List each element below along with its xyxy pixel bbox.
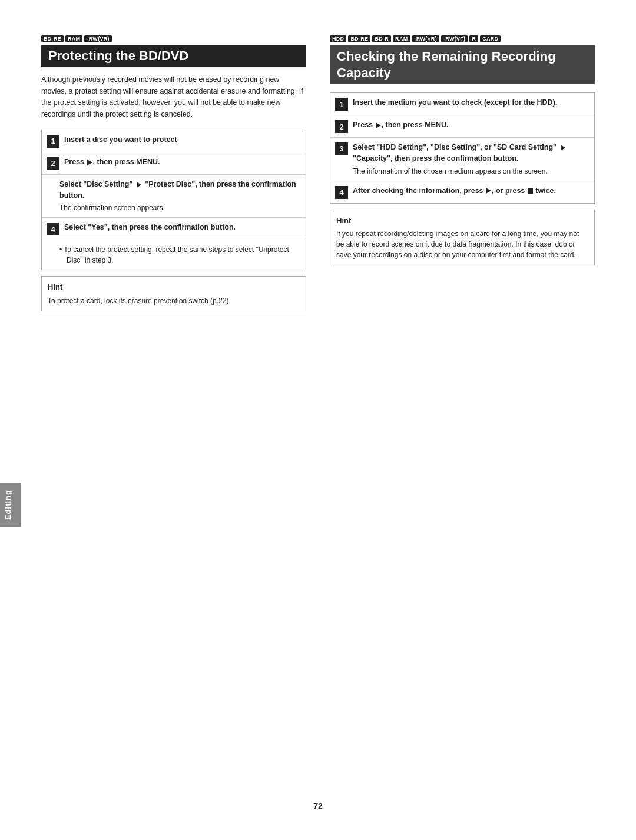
left-badge-row: BD-RE RAM -RW(VR) [41, 35, 306, 42]
badge-bd-re-r: BD-RE [348, 35, 370, 42]
step-1-content: Insert a disc you want to protect [64, 134, 301, 145]
step-4-bullet: • To cancel the protect setting, repeat … [59, 244, 301, 265]
step-4-content: Select "Yes", then press the confirmatio… [64, 222, 236, 233]
right-badge-row: HDD BD-RE BD-R RAM -RW(VR) -RW(VF) R CAR… [330, 35, 595, 42]
stop-icon-right-4 [528, 188, 533, 194]
right-step-2: 2 Press , then press MENU. [330, 115, 594, 138]
right-step-4-content: After checking the information, press , … [353, 185, 556, 197]
left-step-4-bullet: • To cancel the protect setting, repeat … [42, 240, 306, 270]
play-icon-left-2 [87, 160, 92, 165]
two-column-layout: BD-RE RAM -RW(VR) Protecting the BD/DVD … [41, 35, 595, 311]
badge-card: CARD [480, 35, 501, 42]
right-step-1-content: Insert the medium you want to check (exc… [353, 97, 589, 108]
right-step-4-text: After checking the information, press , … [353, 187, 556, 195]
step-4-strong: Select "Yes", then press the confirmatio… [64, 223, 236, 231]
left-step-1: 1 Insert a disc you want to protect [42, 130, 306, 152]
arrow-icon-r3 [561, 145, 565, 151]
right-steps-main: 1 Insert the medium you want to check (e… [330, 92, 595, 204]
badge-bd-r: BD-R [372, 35, 391, 42]
right-step-3-strong: Select "HDD Setting", "Disc Setting", or… [353, 143, 567, 162]
right-step-2-content: Press , then press MENU. [353, 119, 589, 131]
left-section-title: Protecting the BD/DVD [41, 45, 306, 67]
step-3-strong: Select "Disc Setting" "Protect Disc", th… [59, 180, 296, 200]
right-step-4: 4 After checking the information, press … [330, 181, 594, 203]
right-hint-title: Hint [336, 215, 588, 227]
left-column: BD-RE RAM -RW(VR) Protecting the BD/DVD … [41, 35, 306, 311]
badge-rw-vr-r: -RW(VR) [412, 35, 439, 42]
badge-ram-r: RAM [393, 35, 410, 42]
right-hint-text: If you repeat recording/deleting images … [336, 228, 588, 260]
badge-hdd: HDD [330, 35, 346, 42]
editing-tab: Editing [0, 483, 21, 527]
right-step-1: 1 Insert the medium you want to check (e… [330, 93, 594, 115]
left-hint-text: To protect a card, lock its erasure prev… [48, 296, 300, 306]
right-step-3-content: Select "HDD Setting", "Disc Setting", or… [353, 142, 589, 177]
right-step-num-3: 3 [335, 142, 348, 155]
left-step-3-sub: Select "Disc Setting" "Protect Disc", th… [42, 175, 306, 218]
right-step-2-text: Press , then press MENU. [353, 121, 448, 129]
left-step-2: 2 Press , then press MENU. [42, 152, 306, 175]
step-3-note: The confirmation screen appears. [59, 201, 301, 213]
right-step-num-2: 2 [335, 120, 348, 133]
left-hint-title: Hint [48, 281, 300, 293]
badge-r: R [469, 35, 478, 42]
badge-rw-vr: -RW(VR) [84, 35, 111, 42]
left-steps-main: 1 Insert a disc you want to protect 2 Pr… [41, 130, 306, 271]
page: Editing BD-RE RAM -RW(VR) Protecting the… [0, 0, 636, 840]
step-2-content: Press , then press MENU. [64, 157, 301, 168]
left-step-4-header: 4 Select "Yes", then press the confirmat… [42, 218, 306, 240]
right-step-3-sub: 3 Select "HDD Setting", "Disc Setting", … [330, 138, 594, 181]
step-2-text: Press , then press MENU. [64, 158, 160, 166]
right-step-1-text: Insert the medium you want to check (exc… [353, 98, 557, 107]
step-num-2: 2 [47, 157, 59, 170]
play-icon-right-4 [486, 188, 491, 194]
left-hint-box: Hint To protect a card, lock its erasure… [41, 276, 306, 311]
right-step-num-1: 1 [335, 98, 348, 111]
arrow-icon-3 [137, 182, 141, 188]
right-column: HDD BD-RE BD-R RAM -RW(VR) -RW(VF) R CAR… [330, 35, 595, 265]
badge-ram: RAM [65, 35, 82, 42]
right-step-3-note: The information of the chosen medium app… [353, 164, 589, 177]
right-step-num-4: 4 [335, 186, 348, 199]
step-num-1: 1 [47, 135, 59, 148]
left-body-text: Although previously recorded movies will… [41, 74, 306, 120]
badge-bd-re: BD-RE [41, 35, 64, 42]
right-hint-box: Hint If you repeat recording/deleting im… [330, 210, 595, 266]
badge-rw-vf: -RW(VF) [441, 35, 468, 42]
play-icon-right-2 [376, 122, 381, 128]
step-1-text: Insert a disc you want to protect [64, 135, 177, 144]
step-num-4: 4 [47, 223, 59, 235]
right-section-title: Checking the Remaining Recording Capacit… [330, 45, 595, 84]
page-number: 72 [313, 801, 323, 811]
